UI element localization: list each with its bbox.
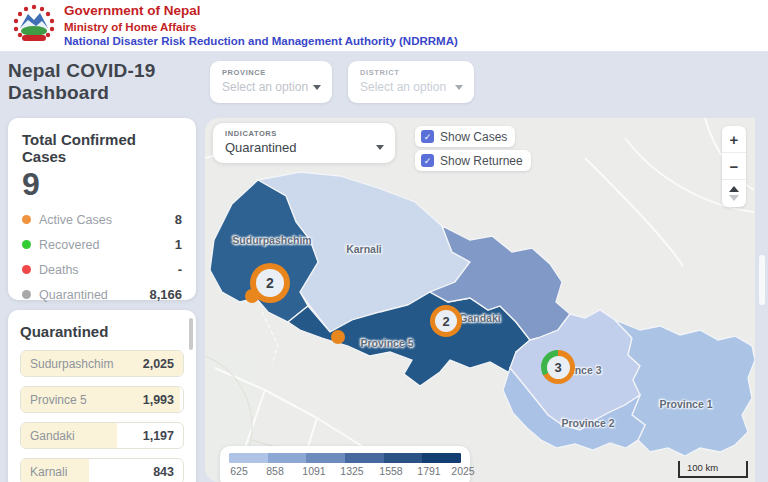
stat-row-recovered: Recovered 1 — [22, 232, 182, 257]
deaths-dot-icon — [22, 265, 31, 274]
nepal-choropleth-map — [205, 118, 755, 482]
chevron-down-icon — [376, 145, 384, 150]
indicators-select-value: Quarantined — [225, 140, 385, 155]
arrow-down-icon — [729, 195, 739, 201]
arrow-up-icon — [729, 186, 739, 192]
legend-tick-labels: 625 858 1091 1325 1558 1791 2025 — [229, 465, 461, 479]
gov-title: Government of Nepal — [64, 3, 458, 20]
district-select[interactable]: DISTRICT Select an option — [348, 61, 474, 103]
quarantine-row-gandaki: Gandaki 1,197 — [20, 422, 184, 449]
quarantine-row-karnali: Karnali 843 — [20, 458, 184, 482]
pitch-toggle-button[interactable] — [722, 180, 746, 207]
page-scrollbar[interactable] — [759, 255, 765, 305]
chevron-down-icon — [313, 85, 321, 90]
district-select-label: DISTRICT — [360, 68, 464, 77]
stat-row-quarantined: Quarantined 8,166 — [22, 282, 182, 307]
province-select[interactable]: PROVINCE Select an option — [210, 61, 332, 103]
indicators-select-label: INDICATORS — [225, 129, 385, 138]
province-select-label: PROVINCE — [222, 68, 322, 77]
map-label-province1: Province 1 — [659, 398, 712, 410]
case-dot-marker[interactable] — [331, 330, 345, 344]
quarantined-panel-title: Quarantined — [20, 323, 184, 340]
checkbox-checked-icon[interactable]: ✓ — [421, 130, 434, 143]
panel-scrollbar[interactable] — [189, 318, 193, 350]
map-panel[interactable]: Sudurpashchim Karnali Province 5 Gandaki… — [205, 118, 755, 482]
map-zoom-controls: + − — [722, 126, 746, 207]
stat-row-deaths: Deaths - — [22, 257, 182, 282]
map-label-province5: Province 5 — [360, 337, 413, 349]
legend-color-ramp — [229, 453, 461, 463]
nepal-government-logo — [12, 4, 56, 48]
stats-title: Total Confirmed Cases — [22, 131, 182, 165]
show-returnee-toggle[interactable]: ✓ Show Returnee — [415, 150, 531, 171]
app-header: Government of Nepal Ministry of Home Aff… — [0, 0, 768, 52]
checkbox-checked-icon[interactable]: ✓ — [421, 154, 434, 167]
quarantined-dot-icon — [22, 290, 31, 299]
cluster-marker-province3[interactable]: 3 — [541, 350, 575, 384]
map-scale-bar: 100 km — [678, 461, 748, 478]
cluster-marker-gandaki[interactable]: 2 — [430, 305, 462, 337]
show-cases-toggle[interactable]: ✓ Show Cases — [415, 126, 515, 147]
map-label-karnali: Karnali — [346, 243, 382, 255]
district-select-value: Select an option — [360, 80, 464, 94]
authority-title: National Disaster Risk Reduction and Man… — [64, 34, 458, 48]
case-dot-marker[interactable] — [245, 289, 259, 303]
quarantine-row-province5: Province 5 1,993 — [20, 386, 184, 413]
zoom-out-button[interactable]: − — [722, 153, 746, 180]
total-confirmed-value: 9 — [22, 166, 182, 203]
province-select-value: Select an option — [222, 80, 322, 94]
ministry-title: Ministry of Home Affairs — [64, 20, 458, 34]
map-label-gandaki: Gandaki — [459, 312, 500, 324]
map-label-province2: Province 2 — [561, 417, 614, 429]
active-cases-dot-icon — [22, 215, 31, 224]
total-cases-card: Total Confirmed Cases 9 Active Cases 8 R… — [8, 118, 196, 300]
map-label-sudurpashchim: Sudurpashchim — [232, 234, 311, 246]
recovered-dot-icon — [22, 240, 31, 249]
zoom-in-button[interactable]: + — [722, 126, 746, 153]
stat-row-active: Active Cases 8 — [22, 207, 182, 232]
quarantined-by-province-card: Quarantined Sudurpashchim 2,025 Province… — [8, 310, 196, 482]
scale-label: 100 km — [687, 462, 718, 473]
quarantine-row-sudurpashchim: Sudurpashchim 2,025 — [20, 350, 184, 377]
choropleth-legend: 625 858 1091 1325 1558 1791 2025 — [220, 446, 470, 482]
indicators-select[interactable]: INDICATORS Quarantined — [213, 123, 395, 163]
chevron-down-icon — [455, 85, 463, 90]
page-title: Nepal COVID-19 Dashboard — [8, 60, 155, 104]
